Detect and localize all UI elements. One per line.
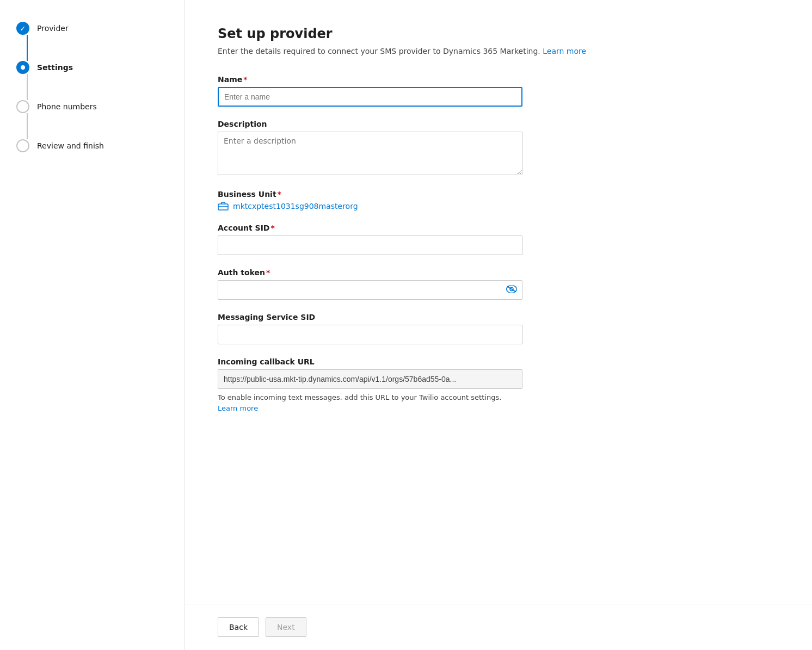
name-field-group: Name* [218, 75, 642, 107]
business-unit-required-star: * [278, 190, 281, 199]
step-circle-review [16, 139, 29, 152]
auth-token-wrapper [218, 280, 522, 300]
business-unit-value[interactable]: mktcxptest1031sg908masterorg [218, 202, 642, 211]
eye-icon [506, 286, 517, 293]
callback-url-input [218, 369, 522, 389]
description-field-group: Description [218, 120, 642, 177]
step-label-phone-numbers: Phone numbers [37, 102, 97, 111]
account-sid-required-star: * [270, 224, 274, 232]
auth-token-input[interactable] [218, 280, 522, 300]
step-circle-provider: ✓ [16, 22, 29, 35]
step-label-settings: Settings [37, 63, 73, 72]
step-connector-1 [27, 35, 28, 61]
callback-url-field-group: Incoming callback URL To enable incoming… [218, 357, 642, 413]
auth-token-required-star: * [266, 268, 270, 277]
description-input[interactable] [218, 132, 522, 175]
auth-token-label: Auth token* [218, 268, 642, 277]
messaging-sid-field-group: Messaging Service SID [218, 313, 642, 344]
business-unit-label: Business Unit* [218, 190, 642, 199]
page-title: Set up provider [218, 26, 642, 41]
callback-learn-more-link[interactable]: Learn more [218, 404, 258, 412]
main-content: Set up provider Enter the details requir… [185, 0, 812, 650]
back-button[interactable]: Back [218, 617, 259, 637]
next-button[interactable]: Next [266, 617, 306, 637]
sidebar: ✓ Provider Settings Phone numbers Review… [0, 0, 185, 650]
footer: Back Next [185, 604, 812, 650]
messaging-sid-input[interactable] [218, 325, 522, 344]
briefcase-icon [218, 202, 229, 211]
name-required-star: * [243, 75, 247, 84]
callback-url-label: Incoming callback URL [218, 357, 642, 366]
step-label-review: Review and finish [37, 141, 104, 150]
account-sid-field-group: Account SID* [218, 224, 642, 255]
checkmark-icon: ✓ [20, 24, 26, 33]
auth-token-field-group: Auth token* [218, 268, 642, 300]
account-sid-label: Account SID* [218, 224, 642, 232]
description-label: Description [218, 120, 642, 128]
business-unit-field-group: Business Unit* mktcxptest1031sg908master… [218, 190, 642, 211]
step-connector-3 [27, 113, 28, 139]
active-dot [21, 65, 25, 70]
step-list: ✓ Provider Settings Phone numbers Review… [16, 22, 168, 152]
name-input[interactable] [218, 87, 522, 107]
step-circle-settings [16, 61, 29, 74]
page-description-text: Enter the details required to connect yo… [218, 47, 540, 55]
step-circle-phone-numbers [16, 100, 29, 113]
step-connector-2 [27, 74, 28, 100]
name-label: Name* [218, 75, 642, 84]
step-settings[interactable]: Settings [16, 61, 168, 74]
step-phone-numbers[interactable]: Phone numbers [16, 100, 168, 113]
page-description: Enter the details required to connect yo… [218, 47, 642, 55]
step-review-finish[interactable]: Review and finish [16, 139, 168, 152]
callback-helper-text: To enable incoming text messages, add th… [218, 392, 522, 413]
business-unit-text: mktcxptest1031sg908masterorg [233, 202, 358, 211]
step-provider[interactable]: ✓ Provider [16, 22, 168, 35]
messaging-sid-label: Messaging Service SID [218, 313, 642, 321]
account-sid-input[interactable] [218, 236, 522, 255]
step-label-provider: Provider [37, 24, 69, 33]
learn-more-link-header[interactable]: Learn more [543, 47, 586, 55]
toggle-password-button[interactable] [505, 284, 518, 296]
form-area: Set up provider Enter the details requir… [185, 0, 675, 604]
